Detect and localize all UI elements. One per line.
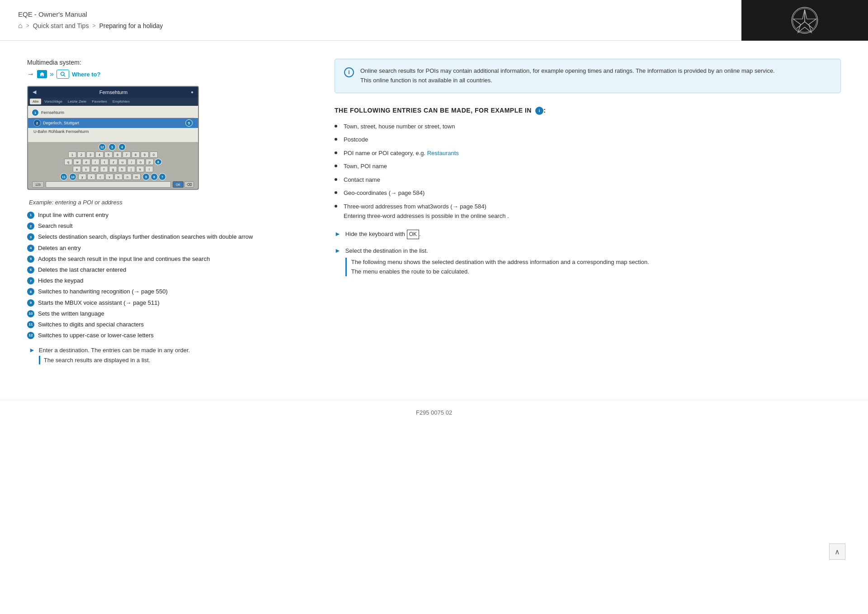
- header: EQE - Owner's Manual ⌂ > Quick start and…: [0, 0, 868, 41]
- badge-5: 5: [27, 255, 34, 263]
- nav-search-icon[interactable]: [57, 70, 69, 79]
- badge-11: 11: [27, 321, 34, 328]
- mercedes-logo: [791, 7, 818, 34]
- bullet-item-3: POI name or POI category, e.g. Restauran…: [335, 149, 841, 158]
- item-text-7: Hides the keypad: [38, 277, 83, 285]
- item-text-4: Deletes an entry: [38, 244, 81, 252]
- breadcrumb-item-1[interactable]: Quick start and Tips: [33, 22, 89, 29]
- svg-line-4: [64, 75, 65, 76]
- breadcrumb-sep-2: >: [92, 23, 95, 29]
- list-item: 7 Hides the keypad: [27, 277, 307, 285]
- badge-9: 9: [27, 299, 34, 307]
- right-arrow-text-1: Hide the keyboard with OK.: [345, 230, 421, 239]
- svg-point-3: [61, 72, 64, 76]
- right-arrow-item-1: ► Hide the keyboard with OK.: [335, 230, 841, 239]
- right-arrow-text-2: Select the destination in the list. The …: [345, 246, 649, 276]
- bullet-item-7-content: Three-word addresses from what3words (→ …: [344, 202, 509, 221]
- bullet-text-2: Postcode: [344, 135, 368, 144]
- list-item: 3 Selects destination search, displays f…: [27, 233, 307, 241]
- section-heading-text: THE FOLLOWING ENTRIES CAN BE MADE, FOR E…: [335, 107, 532, 114]
- bullet-dot-5: [335, 178, 337, 181]
- breadcrumb-sep-1: >: [26, 23, 29, 29]
- badge-2: 2: [27, 222, 34, 230]
- right-arrow-item-2: ► Select the destination in the list. Th…: [335, 246, 841, 276]
- nav-where-to[interactable]: Where to?: [72, 71, 101, 78]
- arrow-item-enter-destination: ► Enter a destination. The entries can b…: [27, 346, 307, 364]
- home-icon[interactable]: ⌂: [18, 22, 23, 30]
- badge-6: 6: [27, 266, 34, 274]
- breadcrumb-item-2: Preparing for a holiday: [99, 22, 163, 29]
- bullet-dot-1: [335, 125, 337, 128]
- item-text-12: Switches to upper-case or lower-case let…: [38, 331, 154, 340]
- list-item: 2 Search result: [27, 222, 307, 230]
- bullet-text-4: Town, POI name: [344, 162, 387, 171]
- info-icon: i: [344, 67, 354, 77]
- badge-12: 12: [27, 332, 34, 339]
- scroll-up-button[interactable]: ∧: [829, 543, 845, 560]
- bullet-dot-6: [335, 191, 337, 194]
- ok-box: OK: [407, 230, 419, 239]
- bullet-item-5: Contact name: [335, 175, 841, 184]
- arrow-icon: ►: [29, 346, 35, 354]
- bullet-dot-4: [335, 165, 337, 167]
- numbered-items-list: 1 Input line with current entry 2 Search…: [27, 211, 307, 340]
- list-item: 11 Switches to digits and special charac…: [27, 321, 307, 329]
- manual-title: EQE - Owner's Manual: [18, 10, 163, 18]
- header-left: EQE - Owner's Manual ⌂ > Quick start and…: [0, 5, 181, 35]
- bullet-text-6: Geo-coordinates (→ page 584): [344, 189, 425, 198]
- footer: F295 0075 02: [0, 400, 868, 425]
- item-text-6: Deletes the last character entered: [38, 266, 126, 274]
- item-text-10: Sets the written language: [38, 310, 104, 318]
- list-item: 1 Input line with current entry: [27, 211, 307, 219]
- bullet-text-1: Town, street, house number or street, to…: [344, 122, 455, 131]
- list-item: 9 Starts the MBUX voice assistant (→ pag…: [27, 299, 307, 307]
- badge-3: 3: [27, 233, 34, 241]
- list-item: 6 Deletes the last character entered: [27, 266, 307, 274]
- bullet-item-1: Town, street, house number or street, to…: [335, 122, 841, 131]
- badge-8: 8: [27, 288, 34, 295]
- nav-double-arrow: »: [50, 70, 54, 78]
- multimedia-label: Multimedia system:: [27, 59, 307, 66]
- heading-badge: i: [535, 107, 543, 115]
- item-text-11: Switches to digits and special character…: [38, 321, 144, 329]
- right-arrow-sub-2: The following menu shows the selected de…: [345, 258, 649, 277]
- item-text-2: Search result: [38, 222, 73, 230]
- list-item: 12 Switches to upper-case or lower-case …: [27, 331, 307, 340]
- bullet-text-7: Three-word addresses from what3words (→ …: [344, 202, 509, 211]
- bullet-list: Town, street, house number or street, to…: [335, 122, 841, 221]
- bullet-item-2: Postcode: [335, 135, 841, 144]
- left-column: Multimedia system: → » Where to? ◀ Ferns…: [27, 59, 307, 368]
- arrow-item-text: Enter a destination. The entries can be …: [39, 346, 190, 364]
- item-text-8: Switches to handwriting recognition (→ p…: [38, 288, 168, 296]
- item-text-5: Adopts the search result in the input li…: [38, 255, 210, 263]
- right-arrow-main-2: Select the destination in the list.: [345, 246, 649, 256]
- right-arrow-icon-2: ►: [335, 247, 341, 254]
- bullet-text-3: POI name or POI category, e.g. Restauran…: [344, 149, 459, 158]
- section-heading: THE FOLLOWING ENTRIES CAN BE MADE, FOR E…: [335, 107, 841, 115]
- badge-10: 10: [27, 310, 34, 317]
- screen-display: ◀ Fernsehturm ● Alle Vorschläge Letzte Z…: [27, 86, 199, 190]
- restaurants-link[interactable]: Restaurants: [427, 150, 459, 156]
- bullet-sub-7: Entering three-word addresses is possibl…: [344, 212, 509, 221]
- example-caption: Example: entering a POI or address: [27, 199, 307, 206]
- arrow-item-line1: Enter a destination. The entries can be …: [39, 346, 190, 355]
- main-content: Multimedia system: → » Where to? ◀ Ferns…: [0, 41, 868, 386]
- nav-path: → » Where to?: [27, 70, 307, 79]
- bullet-dot-3: [335, 151, 337, 154]
- header-logo-area: [741, 0, 868, 41]
- info-box-text: Online search results for POIs may conta…: [360, 66, 775, 85]
- item-text-9: Starts the MBUX voice assistant (→ page …: [38, 299, 160, 307]
- badge-4: 4: [27, 245, 34, 252]
- nav-home-icon[interactable]: [37, 70, 47, 78]
- nav-arrow-icon: →: [27, 70, 34, 78]
- bullet-item-4: Town, POI name: [335, 162, 841, 171]
- right-arrow-icon-1: ►: [335, 230, 341, 237]
- list-item: 4 Deletes an entry: [27, 244, 307, 252]
- right-arrow-items: ► Hide the keyboard with OK. ► Select th…: [335, 230, 841, 277]
- breadcrumb: ⌂ > Quick start and Tips > Preparing for…: [18, 22, 163, 30]
- list-item: 10 Sets the written language: [27, 310, 307, 318]
- right-column: i Online search results for POIs may con…: [335, 59, 841, 368]
- bullet-dot-2: [335, 138, 337, 141]
- list-item: 5 Adopts the search result in the input …: [27, 255, 307, 263]
- arrow-item-line2: The search results are displayed in a li…: [39, 356, 190, 365]
